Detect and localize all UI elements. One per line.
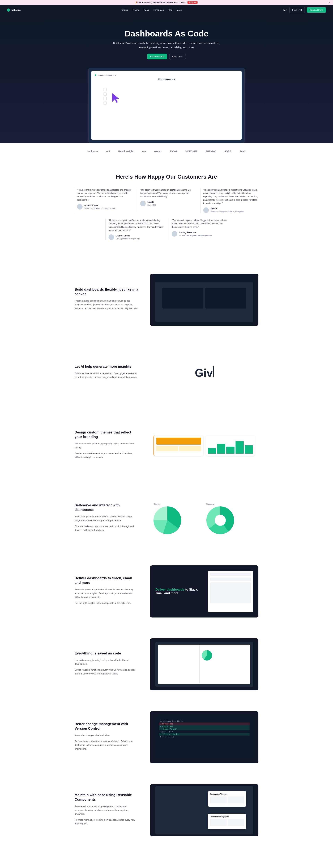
feature-image: Deliver dashboards to Slack, email and m… [150,565,259,618]
customer-logos: Locksure raft Retail Insight zoe navan J… [0,143,333,160]
feature-title: Everything is saved as code [74,651,139,655]
book-demo-button[interactable]: Book a Demo [307,7,326,13]
hero-buttons: Explore Demo View Docs [3,54,330,59]
feature-image: Ecommerce Vietnam Ecommerce Singapore [150,784,259,836]
nav-link[interactable]: More [176,9,182,11]
testimonial-author: Mike K. Director of Enterprise Analytics… [203,207,259,213]
testimonial: "The semantic layer is Holistics' bigges… [169,219,228,240]
testimonial-text: "The ability to parameterize a widget us… [203,188,259,205]
feature-desc: Set custom color palettes, typography st… [74,442,139,450]
announcement-badge[interactable]: Notify me [188,1,198,4]
testimonials-row: "Holistics is our go-to platform for ana… [62,219,271,240]
feature-title: Build dashboards flexibly, just like in … [74,287,139,296]
card-title: Ecommerce Singapore [210,816,244,818]
testimonial-name: Mike K. [210,207,244,210]
feature-title: Deliver dashboards to Slack, email and m… [74,576,139,585]
view-docs-button[interactable]: View Docs [169,54,186,59]
nav-links: Product Pricing Docs Resources Blog More [121,9,182,11]
feature-desc: Define reusable functions, govern with G… [74,668,139,676]
testimonial-role: Director of Enterprise Analytics, Strong… [210,210,244,213]
testimonials-row: "I want to make more customized dashboar… [62,188,271,213]
canvas-preview [156,277,253,322]
feature-image: @@ dashboard config @@ - width: 400 + wi… [150,711,259,763]
testimonial-role: Data Operations Manager, Hiko [116,238,140,240]
explore-demo-button[interactable]: Explore Demo [147,54,167,59]
customer-logo: zoe [142,150,146,153]
deliver-caption: Deliver dashboards to Slack, email and m… [156,588,204,595]
testimonial-name: Gabriel Chong [116,234,140,238]
feature-desc: Slice, dice, pivot your data, do free-st… [74,515,139,522]
feature-ai: Let AI help generate more insights Build… [71,347,262,399]
avatar [108,235,114,240]
nav-link[interactable]: Blog [168,9,172,11]
testimonial-name: Lisa B. [147,200,156,204]
feature-version: Better change management with Version Co… [71,711,262,763]
feature-title: Let AI help generate more insights [74,364,139,369]
avatar [77,204,82,210]
testimonial-text: "Holistics is our go-to platform for ana… [108,219,164,232]
feature-title: Maintain with ease using Reusable Compon… [74,793,139,802]
close-icon[interactable]: ✕ [328,1,330,4]
reusable-card: Ecommerce Vietnam [208,791,246,807]
announcement-highlight: Dashboard As Code [153,1,171,3]
feature-code: Everything is saved as code Use software… [71,638,262,690]
testimonial-role: Data, HNU [147,204,156,207]
reusable-card: Ecommerce Singapore [208,814,246,829]
theme-card [206,436,255,456]
customer-logo: JOOM [170,150,177,153]
tool-icon[interactable] [104,101,107,105]
tool-icon[interactable] [104,97,107,100]
pie-chart [154,506,181,534]
testimonials-title: Here's How Happy Our Customers Are [3,174,330,180]
cursor-icon [213,366,214,377]
logo-text: holistics [11,9,21,11]
feature-desc: Know who changes what and when. [74,734,139,737]
feature-image: Giv [150,347,259,399]
customer-logo: navan [154,150,161,153]
feature-title: Design custom themes that reflect your b… [74,430,139,439]
testimonial-author: Lisa B. Data, HNU [140,200,196,207]
cursor-icon [110,92,121,105]
feature-desc: Filter out irrelevant data, compare peri… [74,524,139,532]
free-trial-button[interactable]: Free Trial [289,7,305,13]
nav-link[interactable]: Docs [144,9,149,11]
preview-file-header: ecommerce.page.aml [95,74,238,76]
feature-desc: Create reusable themes that you can exte… [74,452,139,459]
feature-title: Self-serve and interact with dashboards [74,503,139,512]
nav-link[interactable]: Resources [153,9,164,11]
announcement-bar: 🎉 We're launching Dashboard As Code on P… [0,0,333,5]
feature-interact: Self-serve and interact with dashboards … [71,493,262,545]
theme-preview [150,432,259,459]
preview-title: Ecommerce [95,78,238,81]
testimonial-role: Sr. Staff Data Engineer, Wellspring Pros… [179,234,212,237]
testimonial-name: Darling Paramore [179,231,212,234]
ai-typing-text: Giv [195,367,213,379]
theme-card [154,436,203,456]
feature-image [150,420,259,472]
nav-link[interactable]: Product [121,9,129,11]
avatar [172,231,177,237]
tool-icon[interactable] [104,93,107,96]
interact-preview: Country Category [150,499,259,538]
testimonial: "Holistics is our go-to platform for ana… [105,219,164,240]
customer-logo: Locksure [87,150,98,153]
deliver-card [208,570,253,612]
hero: Dashboards As Code Build your Dashboards… [0,15,333,143]
feature-image [150,638,259,690]
login-link[interactable]: Login [282,9,288,11]
logo[interactable]: holistics [7,8,21,12]
feature-desc: Parameterize your reporting widgets and … [74,804,139,816]
nav-link[interactable]: Pricing [133,9,139,11]
feature-theme: Design custom themes that reflect your b… [71,420,262,472]
diff-preview: @@ dashboard config @@ - width: 400 + wi… [156,716,253,758]
feature-desc: Freely arrange building blocks on a blan… [74,299,139,310]
announcement-suffix: on Product Hunt! [171,1,186,3]
testimonial-author: Gabriel Chong Data Operations Manager, H… [108,234,164,240]
testimonial: "I want to make more customized dashboar… [74,188,133,213]
tool-icon[interactable] [104,88,107,91]
reusable-preview: Ecommerce Vietnam Ecommerce Singapore [156,786,253,835]
avatar [140,201,146,206]
feature-desc: Build dashboards with simple prompts. Qu… [74,372,139,379]
deliver-preview: Deliver dashboards to Slack, email and m… [156,570,253,612]
feature-desc: Use software engineering best practices … [74,658,139,666]
